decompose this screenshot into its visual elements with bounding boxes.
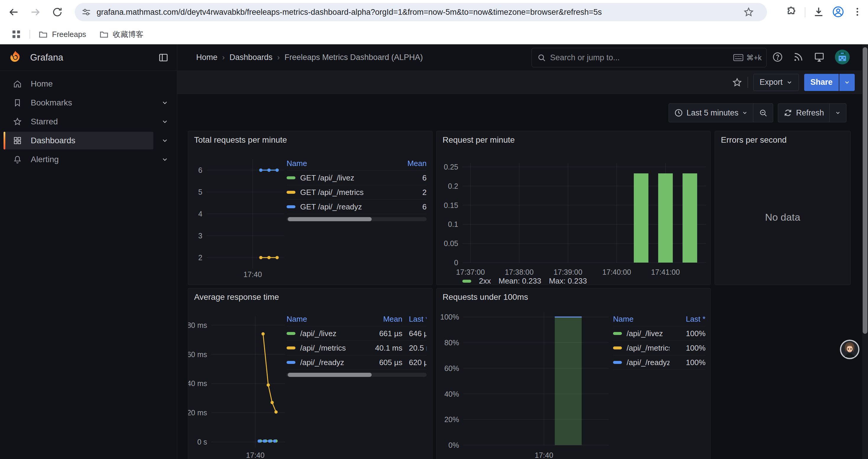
user-avatar[interactable] xyxy=(835,50,850,66)
legend-inline[interactable]: 2xxMean: 0.233Max: 0.233 xyxy=(462,276,587,286)
panel-request-per-minute: 0.250.20.150.10.05017:37:0017:38:0017:39… xyxy=(436,131,711,285)
assistant-avatar[interactable] xyxy=(840,339,860,359)
legend-scrollbar-thumb[interactable] xyxy=(288,373,372,377)
legend-row[interactable]: /api/_/readyz100% xyxy=(613,355,706,370)
legend-series-name[interactable]: 2xx xyxy=(479,276,491,286)
bookmark-folder[interactable]: Freeleaps xyxy=(38,30,86,39)
panel-title[interactable]: Average response time xyxy=(194,292,279,302)
sidebar-item-home[interactable]: Home xyxy=(0,74,177,93)
legend-series-name[interactable]: GET /api/_/metrics xyxy=(286,188,394,197)
legend-column-header[interactable]: Name xyxy=(286,159,394,168)
sidebar-item-bookmarks[interactable]: Bookmarks xyxy=(0,93,177,112)
share-button[interactable]: Share xyxy=(804,74,839,91)
refresh-button[interactable]: Refresh xyxy=(778,104,829,122)
legend-row[interactable]: /api/_/metrics40.1 ms20.5 ms xyxy=(286,341,427,355)
rss-icon[interactable] xyxy=(793,52,804,64)
legend-row[interactable]: GET /api/_/metrics2 xyxy=(286,185,427,200)
svg-text:0: 0 xyxy=(454,258,458,267)
legend-column-header[interactable]: Mean xyxy=(400,159,427,168)
legend-series-name[interactable]: GET /api/_/readyz xyxy=(286,202,394,211)
svg-text:0.15: 0.15 xyxy=(444,201,458,209)
download-icon[interactable] xyxy=(813,6,824,19)
legend-row[interactable]: GET /api/_/livez6 xyxy=(286,171,427,185)
search-input[interactable]: Search or jump to... ⌘+k xyxy=(531,48,767,67)
legend-row[interactable]: GET /api/_/readyz6 xyxy=(286,200,427,214)
grafana-brand: Grafana xyxy=(30,52,63,63)
svg-text:40 ms: 40 ms xyxy=(188,379,207,388)
dock-sidebar-icon[interactable] xyxy=(158,52,169,64)
refresh-label: Refresh xyxy=(796,108,824,118)
forward-icon[interactable] xyxy=(29,6,42,19)
apps-grid-icon[interactable] xyxy=(11,29,21,39)
sidebar-item-dashboards[interactable]: Dashboards xyxy=(0,131,177,150)
panel-title[interactable]: Errors per second xyxy=(721,135,787,145)
svg-text:100%: 100% xyxy=(440,313,459,321)
extensions-icon[interactable] xyxy=(786,6,797,19)
expand-chevron[interactable] xyxy=(161,137,168,144)
legend-row[interactable]: /api/_/livez100% xyxy=(613,326,706,341)
legend-series-name[interactable]: /api/_/metrics xyxy=(613,343,670,353)
refresh-interval-dropdown[interactable] xyxy=(829,104,846,122)
legend-row[interactable]: /api/_/livez661 µs646 µs xyxy=(286,326,427,341)
legend-series-name[interactable]: /api/_/readyz xyxy=(613,358,670,367)
expand-chevron[interactable] xyxy=(161,156,168,163)
request-per-minute-chart: 0.250.20.150.10.05017:37:0017:38:0017:39… xyxy=(437,131,711,285)
legend-series-name[interactable]: /api/_/readyz xyxy=(286,358,361,367)
help-icon[interactable] xyxy=(772,52,783,64)
legend-value: 646 µs xyxy=(409,329,427,338)
bookmark-star-icon[interactable] xyxy=(743,7,754,19)
sidebar-item-alerting[interactable]: Alerting xyxy=(0,150,177,169)
series-color-pill xyxy=(286,332,296,335)
bell-icon xyxy=(13,155,22,164)
legend-row[interactable]: /api/_/metrics100% xyxy=(613,341,706,355)
export-button[interactable]: Export xyxy=(753,74,799,91)
sidebar-item-starred[interactable]: Starred xyxy=(0,112,177,131)
time-controls: Last 5 minutes Refresh xyxy=(669,103,846,122)
series-color-pill xyxy=(286,191,296,194)
grafana-topnav: Home›Dashboards›Freeleaps Metrics Dashbo… xyxy=(177,44,868,71)
panel-title[interactable]: Total requests per minute xyxy=(194,135,287,145)
reload-icon[interactable] xyxy=(51,6,64,19)
scrollbar-thumb[interactable] xyxy=(863,47,867,334)
svg-text:60 ms: 60 ms xyxy=(188,350,207,359)
breadcrumb-item[interactable]: Home xyxy=(196,53,217,62)
legend-column-header[interactable]: Last * xyxy=(676,315,706,324)
series-color-pill xyxy=(613,361,622,364)
panel-title[interactable]: Request per minute xyxy=(442,135,515,145)
tune-icon[interactable] xyxy=(81,7,91,17)
legend-series-name[interactable]: /api/_/livez xyxy=(286,329,361,338)
expand-chevron[interactable] xyxy=(161,118,168,125)
legend-column-header[interactable]: Name xyxy=(613,315,670,324)
browser-toolbar: grafana.mathmast.com/d/deytv4rwavabkb/fr… xyxy=(0,0,868,24)
legend-series-name[interactable]: /api/_/livez xyxy=(613,329,670,338)
legend-scrollbar-thumb[interactable] xyxy=(288,217,372,221)
toolbar-divider xyxy=(747,77,748,88)
legend-series-name[interactable]: /api/_/metrics xyxy=(286,343,361,353)
time-range-picker[interactable]: Last 5 minutes xyxy=(669,104,753,122)
legend-column-header[interactable]: Last * xyxy=(409,315,427,324)
profile-icon[interactable] xyxy=(832,6,844,19)
menu-dots-icon[interactable] xyxy=(852,6,863,18)
legend-column-header[interactable]: Mean xyxy=(367,315,402,324)
url-text[interactable]: grafana.mathmast.com/d/deytv4rwavabkb/fr… xyxy=(97,8,767,17)
grafana-logo-icon[interactable] xyxy=(8,50,23,65)
bookmark-folder[interactable]: 收藏博客 xyxy=(99,29,144,40)
monitor-icon[interactable] xyxy=(814,52,825,64)
breadcrumb-item[interactable]: Dashboards xyxy=(229,53,273,62)
favorite-star-icon[interactable] xyxy=(732,77,742,88)
zoom-out-icon[interactable] xyxy=(753,104,773,122)
legend-series-name[interactable]: GET /api/_/livez xyxy=(286,173,394,183)
legend-row[interactable]: /api/_/readyz605 µs620 µs xyxy=(286,355,427,370)
url-bar[interactable]: grafana.mathmast.com/d/deytv4rwavabkb/fr… xyxy=(75,3,767,21)
series-color-pill xyxy=(286,361,296,364)
back-icon[interactable] xyxy=(7,6,20,19)
share-menu-button[interactable] xyxy=(839,74,855,91)
panel-title[interactable]: Requests under 100ms xyxy=(442,292,528,302)
series-color-pill xyxy=(613,332,622,335)
expand-chevron[interactable] xyxy=(161,99,168,106)
series-color-pill xyxy=(286,205,296,208)
legend-column-header[interactable]: Name xyxy=(286,315,361,324)
grafana-app: Grafana Home›Dashboards›Freeleaps Metric… xyxy=(0,44,868,459)
legend-value: 20.5 ms xyxy=(409,343,427,353)
chevron-down-icon xyxy=(786,79,793,86)
